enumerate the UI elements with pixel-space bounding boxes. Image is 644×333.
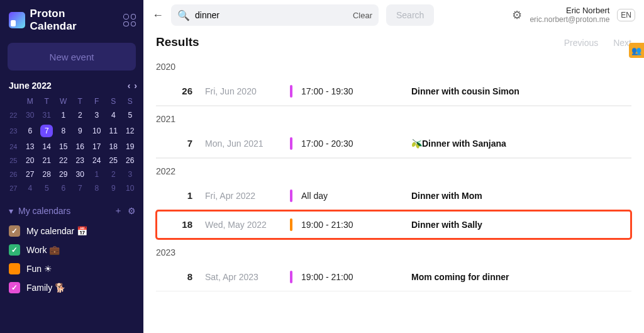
calendar-item[interactable]: My calendar 📅 bbox=[9, 222, 143, 240]
day-cell[interactable]: 13 bbox=[22, 140, 39, 154]
event-date: Fri, Jun 2020 bbox=[192, 86, 290, 96]
day-cell[interactable]: 7 bbox=[72, 181, 89, 195]
day-cell[interactable]: 20 bbox=[22, 154, 39, 167]
new-event-button[interactable]: New event bbox=[8, 43, 136, 71]
mini-cal-header: June 2022 ‹ › bbox=[0, 81, 143, 94]
calendar-checkbox[interactable] bbox=[9, 225, 20, 237]
calendar-settings-icon[interactable]: ⚙ bbox=[128, 206, 136, 216]
dow-cell: W bbox=[55, 94, 72, 108]
day-cell[interactable]: 1 bbox=[89, 167, 106, 181]
top-bar: ← 🔍 Clear Search ⚙ Eric Norbert eric.nor… bbox=[143, 0, 644, 30]
next-month-icon[interactable]: › bbox=[134, 81, 137, 91]
week-number: 24 bbox=[5, 140, 22, 154]
my-calendars-header[interactable]: ▾ My calendars ＋ ⚙ bbox=[0, 200, 143, 220]
day-cell[interactable]: 12 bbox=[122, 122, 139, 140]
event-row[interactable]: 7Mon, Jun 202117:00 - 20:30🫒Dinner with … bbox=[156, 129, 631, 158]
calendar-checkbox[interactable] bbox=[9, 282, 20, 293]
event-time: All day bbox=[301, 191, 411, 201]
day-cell[interactable]: 2 bbox=[72, 108, 89, 122]
day-cell[interactable]: 9 bbox=[72, 122, 89, 140]
day-cell[interactable]: 9 bbox=[105, 181, 122, 195]
day-cell[interactable]: 4 bbox=[105, 108, 122, 122]
day-cell[interactable]: 3 bbox=[122, 167, 139, 181]
add-calendar-icon[interactable]: ＋ bbox=[114, 205, 123, 217]
day-cell[interactable]: 8 bbox=[89, 181, 106, 195]
event-title: Mom coming for dinner bbox=[411, 272, 631, 282]
apps-icon[interactable] bbox=[123, 14, 136, 26]
day-cell[interactable]: 1 bbox=[55, 108, 72, 122]
prev-button[interactable]: Previous bbox=[564, 38, 598, 48]
day-cell[interactable]: 5 bbox=[38, 181, 55, 195]
calendar-item[interactable]: Family 🐕 bbox=[9, 278, 143, 297]
calendar-checkbox[interactable] bbox=[9, 263, 20, 274]
dow-cell: T bbox=[38, 94, 55, 108]
settings-icon[interactable]: ⚙ bbox=[512, 8, 522, 22]
day-cell[interactable]: 10 bbox=[122, 181, 139, 195]
event-day: 18 bbox=[166, 219, 192, 230]
day-cell[interactable]: 22 bbox=[55, 154, 72, 167]
day-cell[interactable]: 29 bbox=[55, 167, 72, 181]
day-cell[interactable]: 26 bbox=[122, 154, 139, 167]
day-cell[interactable]: 3 bbox=[89, 108, 106, 122]
day-cell[interactable]: 14 bbox=[38, 140, 55, 154]
day-cell[interactable]: 30 bbox=[72, 167, 89, 181]
brand-icon bbox=[9, 12, 25, 28]
day-cell[interactable]: 25 bbox=[105, 154, 122, 167]
calendar-color-bar bbox=[290, 271, 292, 283]
event-date: Wed, May 2022 bbox=[192, 220, 290, 230]
my-calendars-label: My calendars bbox=[18, 206, 70, 216]
calendar-list: My calendar 📅Work 💼Fun ☀Family 🐕 bbox=[0, 220, 143, 303]
day-cell[interactable]: 11 bbox=[105, 122, 122, 140]
day-cell[interactable]: 21 bbox=[38, 154, 55, 167]
day-cell[interactable]: 18 bbox=[105, 140, 122, 154]
mini-calendar[interactable]: MTWTFSS 22303112345236789101112241314151… bbox=[0, 94, 143, 200]
day-cell[interactable]: 6 bbox=[22, 122, 39, 140]
day-cell[interactable]: 15 bbox=[55, 140, 72, 154]
day-cell[interactable]: 2 bbox=[105, 167, 122, 181]
day-cell[interactable]: 10 bbox=[89, 122, 106, 140]
search-button[interactable]: Search bbox=[386, 4, 434, 26]
back-icon[interactable]: ← bbox=[152, 9, 164, 22]
day-cell[interactable]: 17 bbox=[89, 140, 106, 154]
event-day: 1 bbox=[166, 190, 192, 201]
day-cell[interactable]: 6 bbox=[55, 181, 72, 195]
event-day: 26 bbox=[166, 86, 192, 96]
day-cell[interactable]: 5 bbox=[122, 108, 139, 122]
user-initials[interactable]: EN bbox=[617, 9, 635, 21]
day-cell[interactable]: 31 bbox=[38, 108, 55, 122]
chevron-down-icon[interactable]: ▾ bbox=[9, 206, 13, 216]
event-row[interactable]: 18Wed, May 202219:00 - 21:30Dinner with … bbox=[156, 210, 631, 239]
calendar-color-bar bbox=[290, 218, 292, 231]
event-row[interactable]: 1Fri, Apr 2022All dayDinner with Mom bbox=[156, 181, 631, 210]
year-header: 2020 bbox=[156, 54, 631, 77]
user-info[interactable]: Eric Norbert eric.norbert@proton.me bbox=[530, 6, 609, 25]
event-row[interactable]: 26Fri, Jun 202017:00 - 19:30Dinner with … bbox=[156, 77, 631, 106]
calendar-color-bar bbox=[290, 85, 292, 98]
user-mail: eric.norbert@proton.me bbox=[530, 16, 609, 25]
sidebar: Proton Calendar New event June 2022 ‹ › … bbox=[0, 0, 143, 333]
dow-cell: S bbox=[122, 94, 139, 108]
day-cell[interactable]: 27 bbox=[22, 167, 39, 181]
day-cell[interactable]: 16 bbox=[72, 140, 89, 154]
search-input[interactable] bbox=[195, 10, 348, 20]
day-cell[interactable]: 7 bbox=[38, 122, 55, 140]
day-cell[interactable]: 19 bbox=[122, 140, 139, 154]
day-cell[interactable]: 23 bbox=[72, 154, 89, 167]
search-field[interactable]: 🔍 Clear bbox=[171, 4, 379, 26]
event-time: 19:00 - 21:30 bbox=[301, 220, 411, 230]
day-cell[interactable]: 8 bbox=[55, 122, 72, 140]
day-cell[interactable]: 30 bbox=[22, 108, 39, 122]
calendar-item[interactable]: Fun ☀ bbox=[9, 259, 143, 278]
brand-text: Proton Calendar bbox=[30, 8, 114, 33]
event-row[interactable]: 8Sat, Apr 202319:00 - 21:00Mom coming fo… bbox=[156, 262, 631, 291]
brand[interactable]: Proton Calendar bbox=[0, 5, 143, 40]
event-title: 🫒Dinner with Sanjana bbox=[411, 138, 631, 149]
clear-button[interactable]: Clear bbox=[353, 11, 372, 20]
day-cell[interactable]: 28 bbox=[38, 167, 55, 181]
prev-month-icon[interactable]: ‹ bbox=[128, 81, 131, 91]
day-cell[interactable]: 4 bbox=[22, 181, 39, 195]
event-title: Dinner with Mom bbox=[411, 191, 631, 201]
calendar-item[interactable]: Work 💼 bbox=[9, 240, 143, 259]
day-cell[interactable]: 24 bbox=[89, 154, 106, 167]
calendar-checkbox[interactable] bbox=[9, 244, 20, 256]
